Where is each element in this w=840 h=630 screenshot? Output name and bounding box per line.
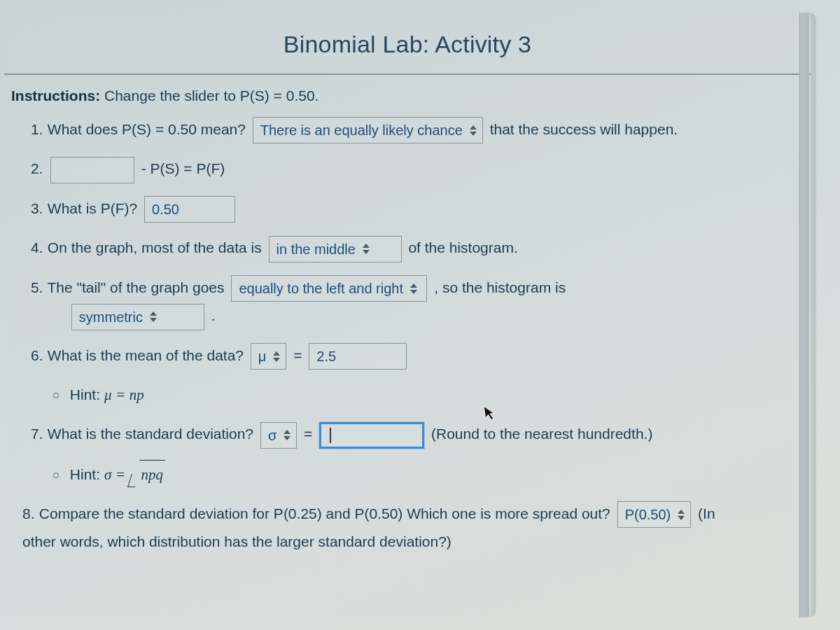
question-5: 5. The "tail" of the graph goes equally … [31, 274, 801, 330]
q6-symbol-select[interactable]: μ [251, 343, 287, 370]
bullet-icon [53, 472, 59, 478]
q6-text: What is the mean of the data? [48, 347, 244, 363]
q-number: 8. [22, 500, 35, 528]
q5-select-b[interactable]: symmetric [71, 304, 204, 330]
question-8: 8. Compare the standard deviation for P(… [22, 500, 801, 556]
question-3: 3. What is P(F)? 0.50 [31, 195, 801, 223]
stepper-icon [470, 125, 477, 136]
q2-input[interactable] [50, 157, 134, 183]
q-number: 1. [31, 115, 43, 144]
q7-text: What is the standard deviation? [48, 426, 253, 442]
q7-eq: = [304, 426, 312, 442]
q-number: 6. [31, 342, 43, 370]
q7-symbol-select[interactable]: σ [260, 422, 297, 449]
question-1: 1. What does P(S) = 0.50 mean? There is … [31, 115, 801, 144]
q-number: 2. [31, 155, 43, 183]
q6-symbol-value: μ [258, 342, 267, 370]
q7-hint-label: Hint: [70, 466, 100, 482]
q3-text: What is P(F)? [48, 200, 137, 216]
worksheet-panel: Binomial Lab: Activity 3 Instructions: C… [4, 13, 816, 617]
question-4: 4. On the graph, most of the data is in … [31, 234, 801, 262]
q4-select-value: in the middle [276, 235, 356, 263]
q8-text-b: other words, which distribution has the … [22, 533, 451, 550]
q6-value: 2.5 [316, 342, 336, 370]
q6-eq: = [293, 347, 302, 363]
stepper-icon [410, 284, 417, 294]
q1-text: What does P(S) = 0.50 mean? [48, 121, 246, 137]
q-number: 7. [31, 420, 43, 448]
q5-select-b-value: symmetric [79, 303, 143, 331]
q5-text-a: The "tail" of the graph goes [47, 279, 224, 295]
q4-select[interactable]: in the middle [269, 236, 402, 262]
q6-hint: Hint: μ = np [53, 381, 801, 409]
stepper-icon [678, 510, 685, 520]
q7-hint-lhs: σ [104, 466, 111, 483]
stepper-icon [273, 351, 280, 362]
worksheet-body: Instructions: Change the slider to P(S) … [4, 75, 811, 574]
q5-select-a-value: equally to the left and right [239, 274, 403, 302]
q8-select[interactable]: P(0.50) [617, 501, 692, 528]
q1-select[interactable]: There is an equally likely chance [253, 117, 483, 144]
q7-hint: Hint: σ = npq [53, 460, 801, 489]
eq-sign: = [115, 386, 129, 403]
question-2: 2. - P(S) = P(F) [31, 155, 801, 183]
q8-select-value: P(0.50) [625, 500, 671, 528]
q6-hint-label: Hint: [70, 386, 100, 402]
stepper-icon [363, 244, 370, 254]
sqrt-icon: npq [130, 460, 166, 489]
stepper-icon [284, 430, 290, 440]
q8-after-a: (In [698, 505, 715, 522]
instructions-label: Instructions: [11, 88, 100, 104]
q8-text-a: Compare the standard deviation for P(0.2… [39, 505, 610, 522]
q6-hint-lhs: μ [104, 386, 112, 403]
q3-input-value: 0.50 [152, 195, 179, 223]
eq-sign: = [115, 466, 129, 483]
q1-select-value: There is an equally likely chance [260, 116, 463, 144]
q4-text: On the graph, most of the data is [48, 239, 262, 255]
q4-after: of the histogram. [408, 239, 517, 255]
scrollbar-rail[interactable] [799, 13, 809, 617]
bullet-icon [53, 393, 59, 398]
q3-input[interactable]: 0.50 [144, 196, 235, 223]
question-7: 7. What is the standard deviation? σ = (… [31, 420, 801, 448]
q7-after: (Round to the nearest hundredth.) [431, 426, 652, 442]
stepper-icon [150, 312, 157, 322]
q6-value-input[interactable]: 2.5 [309, 343, 407, 370]
page-title: Binomial Lab: Activity 3 [4, 13, 811, 74]
text-caret [330, 428, 331, 443]
q-number: 4. [31, 234, 43, 262]
q1-after: that the success will happen. [490, 121, 678, 137]
q-number: 5. [31, 274, 43, 302]
q7-value-input[interactable] [319, 422, 424, 449]
q7-hint-rhs: npq [139, 460, 166, 489]
instructions-line: Instructions: Change the slider to P(S) … [11, 88, 801, 104]
q5-end: . [211, 307, 216, 323]
q5-mid: , so the histogram is [434, 279, 566, 295]
q7-symbol-value: σ [268, 421, 276, 449]
q5-select-a[interactable]: equally to the left and right [231, 275, 427, 302]
instructions-text: Change the slider to P(S) = 0.50. [104, 88, 318, 104]
q-number: 3. [31, 195, 43, 223]
question-6: 6. What is the mean of the data? μ = 2.5 [31, 342, 801, 370]
q2-after: - P(S) = P(F) [141, 160, 225, 176]
q6-hint-rhs: np [130, 386, 144, 403]
